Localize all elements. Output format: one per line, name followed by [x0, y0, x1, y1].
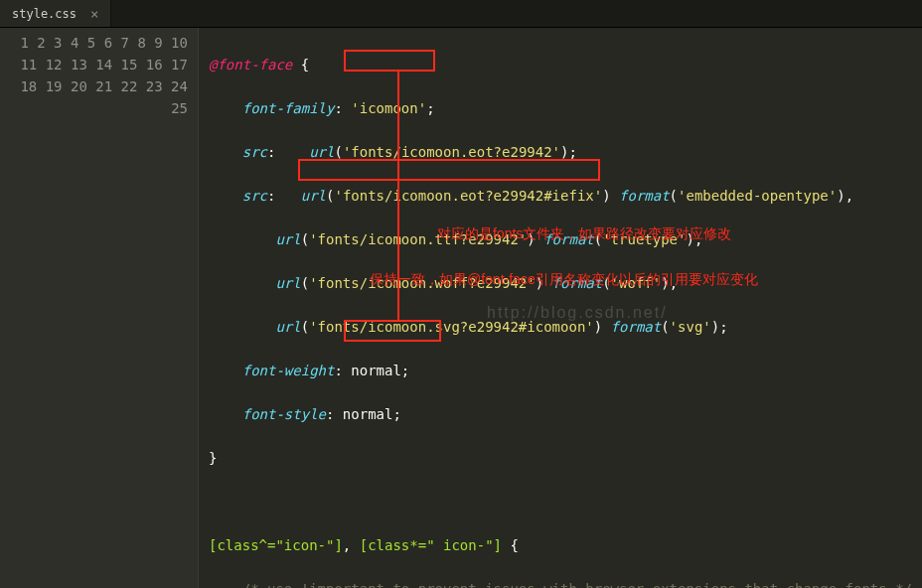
at-rule: @font-face — [209, 57, 292, 73]
tab-bar: style.css × — [0, 0, 922, 28]
tab-style-css[interactable]: style.css × — [0, 0, 111, 27]
line-number-gutter: 1 2 3 4 5 6 7 8 9 10 11 12 13 14 15 16 1… — [0, 28, 199, 588]
tab-filename: style.css — [12, 7, 77, 21]
close-icon[interactable]: × — [90, 7, 98, 21]
code-area[interactable]: @font-face { font-family: 'icomoon'; src… — [199, 28, 922, 588]
code-editor[interactable]: 1 2 3 4 5 6 7 8 9 10 11 12 13 14 15 16 1… — [0, 28, 922, 588]
